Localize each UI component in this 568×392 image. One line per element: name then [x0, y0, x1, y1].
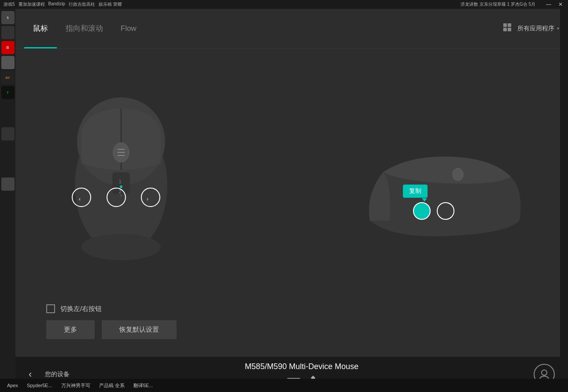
- app-select-label: 所有应用程序: [517, 25, 554, 33]
- swap-buttons-label: 切换左/右按钮: [60, 305, 102, 313]
- close-button[interactable]: ✕: [557, 1, 564, 7]
- taskbar-bottom-spyder[interactable]: Spyder5E...: [24, 382, 55, 389]
- sidebar-icon-1: 5: [1, 11, 15, 24]
- sidebar-icon-4: [1, 56, 15, 69]
- buttons-row: 更多 恢复默认设置: [46, 320, 537, 339]
- taskbar-item-admin[interactable]: 行政吉批高柱: [69, 1, 95, 7]
- sidebar-icon-2: [1, 26, 15, 39]
- secondary-mouse: 复制: [357, 150, 524, 238]
- middle-btn[interactable]: [107, 188, 126, 207]
- right-arrow-icon: ›: [147, 196, 148, 202]
- taskbar-item-speed[interactable]: 重加加速课程: [18, 1, 45, 7]
- taskbar-bottom-fanyi[interactable]: 翻译5E...: [131, 381, 156, 390]
- bottom-controls: 切换左/右按钮 更多 恢复默认设置: [33, 296, 550, 348]
- taskbar-top-left: 游戏5 重加加速课程 Bandizip 行政吉批高柱 娱乐稿 荣耀: [4, 1, 122, 7]
- left-arrow-icon: ‹: [79, 196, 81, 202]
- taskbar-bottom-wanxing[interactable]: 万兴神男手写: [59, 381, 93, 390]
- tooltip-badge: 复制: [403, 185, 428, 198]
- primary-mouse-svg: 1 2 logi: [59, 84, 183, 269]
- app-selector[interactable]: 所有应用程序 ▾: [517, 25, 559, 33]
- window-controls: — ✕: [544, 1, 564, 7]
- taskbar-bottom: Apex Spyder5E... 万兴神男手写 产品稿 全系 翻译5E...: [0, 379, 568, 392]
- taskbar-right-item1: 济龙讲数 京东分现草碟 1 罗杰G合 5月: [461, 1, 535, 7]
- right-forward-btn[interactable]: [141, 188, 160, 207]
- sidebar-icon-3: B: [1, 41, 15, 54]
- svg-point-19: [542, 370, 547, 375]
- sidebar-icon-8: [1, 178, 15, 191]
- mice-area: 1 2 logi ‹ ›: [33, 57, 550, 296]
- swap-buttons-checkbox[interactable]: [46, 304, 55, 313]
- tab-flow[interactable]: Flow: [112, 9, 145, 48]
- primary-mouse: 1 2 logi ‹ ›: [59, 84, 183, 269]
- sidebar-icon-5: AY: [1, 71, 15, 84]
- svg-point-13: [120, 185, 122, 188]
- taskbar-bottom-product[interactable]: 产品稿 全系: [96, 381, 127, 390]
- side-btn-back[interactable]: [437, 202, 454, 220]
- tab-bar: 鼠标 指向和滚动 Flow 所有应用程序 ▾: [15, 9, 568, 48]
- tab-pointer[interactable]: 指向和滚动: [57, 9, 112, 48]
- switch-row: 切换左/右按钮: [46, 304, 537, 313]
- svg-rect-1: [508, 23, 511, 27]
- svg-point-17: [81, 234, 161, 260]
- main-content: 1 2 logi ‹ ›: [15, 48, 568, 357]
- svg-rect-3: [508, 28, 511, 31]
- taskbar-item-bandizip[interactable]: Bandizip: [48, 1, 65, 7]
- chevron-down-icon: ▾: [557, 26, 559, 31]
- side-btn-front[interactable]: [413, 202, 431, 220]
- taskbar-top-right: 济龙讲数 京东分现草碟 1 罗杰G合 5月 — ✕: [461, 1, 564, 7]
- sidebar-icon-6: T: [1, 86, 15, 99]
- device-name-label: M585/M590 Multi-Device Mouse: [245, 362, 358, 371]
- svg-rect-2: [503, 28, 507, 31]
- your-device-label: 您的设备: [45, 370, 70, 378]
- left-sidebar: 5 B AY T: [0, 9, 15, 392]
- right-sidebar: [560, 9, 568, 392]
- svg-point-18: [453, 168, 463, 181]
- grid-icon[interactable]: [502, 22, 512, 34]
- tab-bar-right: 所有应用程序 ▾: [502, 22, 559, 34]
- taskbar-item-entertainment[interactable]: 娱乐稿 荣耀: [99, 1, 122, 7]
- svg-text:1: 1: [119, 179, 122, 184]
- minimize-button[interactable]: —: [544, 1, 553, 7]
- tab-mouse[interactable]: 鼠标: [24, 9, 57, 48]
- left-back-btn[interactable]: [72, 188, 91, 207]
- secondary-mouse-svg: [357, 150, 524, 238]
- reset-button[interactable]: 恢复默认设置: [102, 320, 177, 339]
- taskbar-bottom-apex[interactable]: Apex: [4, 382, 21, 389]
- svg-rect-0: [503, 23, 507, 27]
- sidebar-icon-7: [1, 127, 15, 141]
- more-button[interactable]: 更多: [46, 320, 95, 339]
- taskbar-top: 游戏5 重加加速课程 Bandizip 行政吉批高柱 娱乐稿 荣耀 济龙讲数 京…: [0, 0, 568, 9]
- tooltip-arrow: [422, 198, 427, 202]
- taskbar-item-games5[interactable]: 游戏5: [4, 1, 15, 7]
- app-window: 鼠标 指向和滚动 Flow 所有应用程序 ▾: [15, 9, 568, 392]
